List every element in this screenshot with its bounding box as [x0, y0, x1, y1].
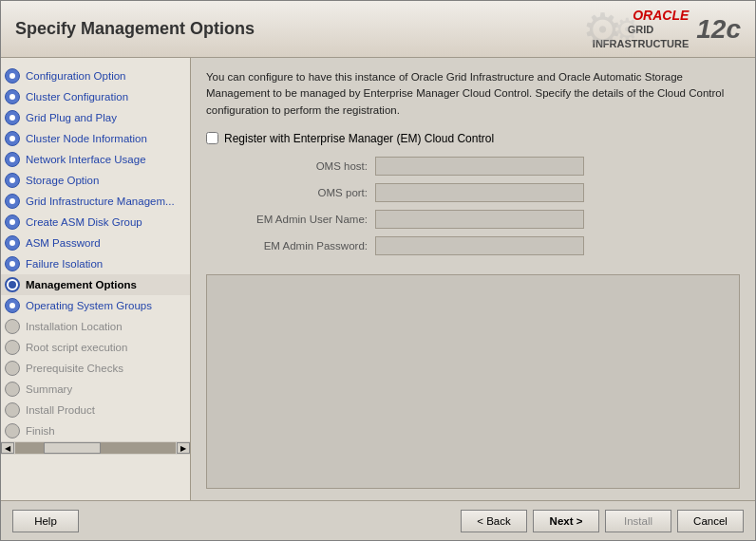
cancel-button[interactable]: Cancel — [677, 510, 744, 532]
oms-port-input[interactable] — [375, 183, 584, 202]
next-button[interactable]: Next > — [533, 510, 599, 532]
bottom-left-buttons: Help — [12, 510, 79, 532]
oms-host-row: OMS host: — [206, 157, 740, 176]
header: Specify Management Options ⚙ ⚙ ORACLE GR… — [1, 1, 755, 58]
sidebar-item-label-storage-option: Storage Option — [26, 175, 99, 186]
sidebar-item-prerequisite-checks: Prerequisite Checks — [1, 358, 190, 379]
oms-port-label: OMS port: — [225, 187, 368, 198]
page-title: Specify Management Options — [15, 19, 255, 39]
sidebar-item-installation-location: Installation Location — [1, 316, 190, 337]
sidebar-item-management-options[interactable]: Management Options — [1, 274, 190, 295]
scroll-right-button[interactable]: ▶ — [177, 442, 190, 454]
step-indicator-create-asm-disk-group — [5, 215, 20, 230]
sidebar-item-label-prerequisite-checks: Prerequisite Checks — [26, 363, 123, 374]
sidebar-item-grid-infrastructure-management[interactable]: Grid Infrastructure Managem... — [1, 191, 190, 212]
step-indicator-operating-system-groups — [5, 298, 20, 313]
sidebar-item-label-cluster-configuration: Cluster Configuration — [26, 91, 128, 103]
scroll-thumb[interactable] — [44, 442, 101, 454]
sidebar-item-network-interface-usage[interactable]: Network Interface Usage — [1, 149, 190, 170]
step-indicator-cluster-configuration — [5, 89, 20, 104]
sidebar-item-asm-password[interactable]: ASM Password — [1, 233, 190, 253]
em-cloud-control-checkbox[interactable] — [206, 132, 218, 144]
sidebar-item-label-operating-system-groups: Operating System Groups — [26, 300, 152, 311]
sidebar-item-grid-plug-and-play[interactable]: Grid Plug and Play — [1, 107, 190, 128]
sidebar-item-label-finish: Finish — [26, 425, 55, 437]
oms-port-row: OMS port: — [206, 183, 740, 202]
em-admin-password-row: EM Admin Password: — [206, 236, 740, 255]
sidebar-item-label-create-asm-disk-group: Create ASM Disk Group — [26, 216, 142, 228]
step-indicator-network-interface-usage — [5, 152, 20, 167]
step-indicator-configuration-option — [5, 68, 20, 84]
step-indicator-summary — [5, 382, 20, 397]
oms-host-label: OMS host: — [225, 160, 368, 172]
sidebar-item-label-grid-plug-and-play: Grid Plug and Play — [26, 112, 117, 123]
sidebar-item-label-grid-infrastructure-management: Grid Infrastructure Managem... — [26, 196, 175, 207]
sidebar-item-label-failure-isolation: Failure Isolation — [26, 258, 103, 270]
step-indicator-storage-option — [5, 173, 20, 188]
step-indicator-grid-plug-and-play — [5, 110, 20, 125]
sidebar-item-summary: Summary — [1, 379, 190, 400]
step-indicator-finish — [5, 423, 20, 438]
install-button[interactable]: Install — [605, 510, 671, 532]
em-admin-username-row: EM Admin User Name: — [206, 210, 740, 229]
checkbox-row: Register with Enterprise Manager (EM) Cl… — [206, 132, 740, 145]
sidebar-item-finish: Finish — [1, 420, 190, 441]
back-button[interactable]: < Back — [461, 510, 527, 532]
sidebar-item-root-script-execution: Root script execution — [1, 337, 190, 358]
step-indicator-installation-location — [5, 319, 20, 334]
oracle-brand-text: ORACLE — [633, 8, 689, 23]
step-indicator-management-options — [5, 277, 20, 292]
sidebar-item-label-summary: Summary — [26, 383, 72, 395]
sidebar-item-label-network-interface-usage: Network Interface Usage — [26, 154, 146, 165]
step-indicator-asm-password — [5, 235, 20, 251]
sidebar-item-label-asm-password: ASM Password — [26, 237, 101, 249]
step-indicator-grid-infrastructure-management — [5, 194, 20, 209]
sidebar-item-label-installation-location: Installation Location — [26, 321, 123, 332]
help-button[interactable]: Help — [12, 510, 79, 532]
step-indicator-root-script-execution — [5, 340, 20, 355]
sidebar-item-label-install-product: Install Product — [26, 404, 95, 416]
step-indicator-install-product — [5, 402, 20, 418]
sidebar: Configuration OptionCluster Configuratio… — [1, 58, 191, 500]
sidebar-item-label-cluster-node-information: Cluster Node Information — [26, 133, 147, 144]
oracle-version-text: 12c — [696, 14, 741, 45]
main-content: Configuration OptionCluster Configuratio… — [1, 58, 755, 500]
step-indicator-prerequisite-checks — [5, 361, 20, 376]
scroll-left-button[interactable]: ◀ — [1, 442, 14, 454]
sidebar-item-storage-option[interactable]: Storage Option — [1, 170, 190, 191]
main-window: Specify Management Options ⚙ ⚙ ORACLE GR… — [0, 0, 756, 541]
em-admin-username-label: EM Admin User Name: — [225, 214, 368, 225]
sidebar-item-label-management-options: Management Options — [26, 279, 137, 290]
right-panel: You can configure to have this instance … — [191, 58, 755, 500]
sidebar-scrollbar[interactable]: ◀ ▶ — [1, 441, 190, 455]
scroll-track[interactable] — [15, 442, 176, 454]
em-admin-password-label: EM Admin Password: — [225, 240, 368, 252]
gear-decoration: ⚙ ⚙ — [582, 1, 641, 57]
sidebar-item-cluster-node-information[interactable]: Cluster Node Information — [1, 128, 190, 149]
bottom-right-buttons: < Back Next > Install Cancel — [461, 510, 744, 532]
description-text: You can configure to have this instance … — [206, 69, 740, 119]
em-cloud-control-label: Register with Enterprise Manager (EM) Cl… — [224, 132, 494, 145]
em-admin-username-input[interactable] — [375, 210, 584, 229]
sidebar-item-configuration-option[interactable]: Configuration Option — [1, 65, 190, 86]
sidebar-item-cluster-configuration[interactable]: Cluster Configuration — [1, 86, 190, 107]
sidebar-item-failure-isolation[interactable]: Failure Isolation — [1, 253, 190, 274]
sidebar-item-create-asm-disk-group[interactable]: Create ASM Disk Group — [1, 212, 190, 233]
sidebar-item-install-product: Install Product — [1, 400, 190, 420]
sidebar-item-operating-system-groups[interactable]: Operating System Groups — [1, 295, 190, 316]
step-indicator-cluster-node-information — [5, 131, 20, 146]
sidebar-item-label-root-script-execution: Root script execution — [26, 342, 127, 353]
sidebar-item-label-configuration-option: Configuration Option — [26, 70, 125, 82]
em-admin-password-input[interactable] — [375, 236, 584, 255]
output-area — [206, 274, 740, 489]
oms-host-input[interactable] — [375, 157, 584, 176]
step-indicator-failure-isolation — [5, 256, 20, 271]
bottom-bar: Help < Back Next > Install Cancel — [1, 500, 755, 540]
form-area: Register with Enterprise Manager (EM) Cl… — [206, 132, 740, 263]
